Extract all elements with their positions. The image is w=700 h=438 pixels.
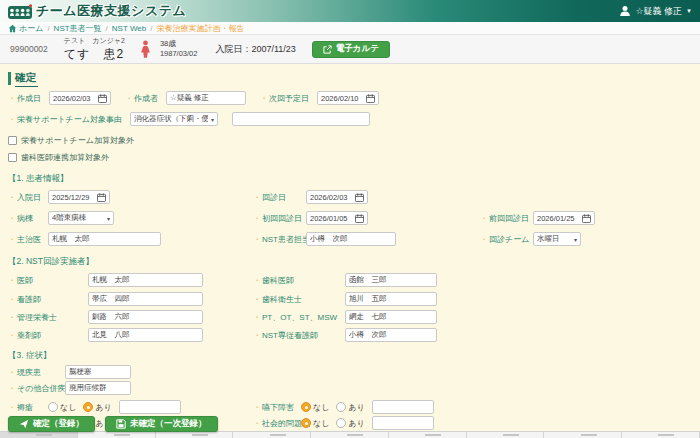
social-problem-radio-yes[interactable] — [336, 418, 346, 428]
heading-accent-bar — [8, 72, 11, 85]
nst-dedicated-nurse-input[interactable]: 小樽 次郎 — [345, 328, 437, 342]
first-round-input[interactable]: 2026/01/05 — [306, 211, 368, 225]
current-disease-input[interactable]: 脳梗塞 — [65, 365, 131, 379]
therapist-input[interactable]: 網走 七郎 — [345, 310, 437, 324]
admission-date-input[interactable]: 2025/12/29 — [48, 190, 110, 204]
user-name: ☆疑義 修正 — [635, 5, 682, 18]
author-input[interactable]: ☆疑義 修正 — [166, 91, 246, 105]
nst-staff-label: ・NST患者担当者 — [253, 234, 306, 245]
other-disease-label: ・その他合併疾患 — [8, 383, 65, 394]
checkbox-box — [8, 153, 17, 162]
nst-staff-input[interactable]: 小樽 次郎 — [306, 232, 396, 246]
dental-hygienist-input[interactable]: 旭川 五郎 — [345, 292, 437, 306]
social-problem-radio-group: なし あり — [301, 418, 372, 429]
attending-doctor-input[interactable]: 札幌 太郎 — [48, 232, 161, 246]
status-heading: 確定 — [8, 72, 692, 85]
home-icon — [8, 24, 17, 33]
nst-reason-row: ・栄養サポートチーム対象事由 消化器症状（下痢・便秘等）の継続 ▾ — [8, 112, 692, 126]
next-date-label: ・次回予定日 — [260, 93, 309, 104]
nurse-input[interactable]: 帯広 四郎 — [88, 292, 203, 306]
round-date-label: ・回診日 — [253, 192, 306, 203]
section2-row4: ・薬剤師 北見 八郎 ・NST専従看護師 小樽 次郎 — [8, 328, 692, 342]
checkbox-nst-addition-exempt[interactable]: 栄養サポートチーム加算対象外 — [8, 135, 692, 146]
created-date-input[interactable]: 2026/02/03 — [49, 91, 111, 105]
checkbox-box — [8, 136, 17, 145]
save-icon — [116, 419, 126, 429]
app-window: チーム医療支援システム ☆疑義 修正 ▼ ホーム / NST患者一覧 / NST… — [0, 0, 700, 438]
action-bar: 確定（登録） 未確定（一次登録） — [8, 416, 218, 432]
table-strip-cell — [78, 432, 156, 438]
breadcrumb-home[interactable]: ホーム — [8, 23, 43, 34]
symptom-radio-row1: ・褥瘡 なし あり ・嚥下障害 なし あり — [8, 400, 692, 414]
chevron-down-icon: ▾ — [211, 116, 214, 123]
next-date-input[interactable]: 2026/02/10 — [317, 91, 379, 105]
patient-age-block: 38歳 1987/03/02 — [160, 39, 198, 59]
ward-label: ・病棟 — [8, 213, 48, 224]
dental-doctor-label: ・歯科医師 — [253, 275, 345, 286]
checkbox-dental-addition-exempt[interactable]: 歯科医師連携加算対象外 — [8, 152, 692, 163]
admission-date-label: ・入院日 — [8, 192, 48, 203]
dental-doctor-input[interactable]: 函館 三郎 — [345, 273, 437, 287]
other-disease-row: ・その他合併疾患 廃用症候群 — [8, 381, 692, 395]
pressure-ulcer-radio-yes[interactable] — [83, 402, 93, 412]
patient-gender-icon — [139, 40, 152, 58]
breadcrumb-nst-patient-list[interactable]: NST患者一覧 — [54, 23, 102, 34]
round-date-input[interactable]: 2026/02/03 — [306, 190, 368, 204]
pressure-ulcer-detail-input[interactable] — [119, 400, 181, 414]
pressure-ulcer-label: ・褥瘡 — [8, 402, 48, 413]
prev-round-input[interactable]: 2026/01/25 — [533, 211, 595, 225]
social-problem-detail-input[interactable] — [372, 416, 434, 430]
swallowing-radio-none[interactable] — [301, 402, 311, 412]
swallowing-radio-group: なし あり — [301, 402, 372, 413]
calendar-icon — [98, 94, 107, 103]
patient-age: 38歳 — [160, 39, 198, 49]
breadcrumb-separator: / — [47, 24, 49, 33]
tentative-register-button[interactable]: 未確定（一次登録） — [105, 416, 218, 432]
table-strip-cell — [467, 432, 545, 438]
user-icon — [619, 5, 631, 17]
logo-mascot-icon — [8, 4, 32, 19]
nurse-label: ・看護師 — [8, 294, 88, 305]
table-strip-cell — [622, 432, 700, 438]
calendar-icon — [355, 214, 364, 223]
chevron-down-icon: ▾ — [107, 215, 110, 222]
patient-header: 99900002 テスト カンジャ2 てす 患2 38歳 1987/03/02 … — [0, 35, 700, 64]
patient-kana: テスト カンジャ2 — [64, 36, 125, 46]
ehr-button[interactable]: 電子カルテ — [312, 41, 390, 58]
pressure-ulcer-radio-none[interactable] — [48, 402, 58, 412]
section2-row3: ・管理栄養士 釧路 六郎 ・PT、OT、ST、MSW 網走 七郎 — [8, 310, 692, 324]
round-team-select[interactable]: 水曜日 ▾ — [533, 232, 581, 246]
calendar-icon — [366, 94, 375, 103]
paper-plane-icon — [19, 419, 29, 429]
table-strip-cell — [544, 432, 622, 438]
calendar-icon — [97, 193, 106, 202]
swallowing-radio-yes[interactable] — [336, 402, 346, 412]
external-link-icon — [323, 45, 332, 54]
swallowing-detail-input[interactable] — [372, 400, 434, 414]
nst-reason-select[interactable]: 消化器症状（下痢・便秘等）の継続 ▾ — [130, 112, 218, 126]
calendar-icon — [355, 193, 364, 202]
nst-reason-extra-input[interactable] — [232, 112, 370, 126]
table-strip-cell — [0, 432, 78, 438]
therapist-label: ・PT、OT、ST、MSW — [253, 312, 345, 323]
section1-row2: ・病棟 4階東病棟 ▾ ・初回回診日 2026/01/05 ・前回回診日 202… — [8, 211, 692, 225]
social-problem-label: ・社会的問題点 — [253, 418, 301, 429]
user-menu[interactable]: ☆疑義 修正 ▼ — [619, 5, 692, 18]
round-team-label: ・回診チーム — [480, 234, 533, 245]
pressure-ulcer-radio-group: なし あり — [48, 402, 119, 413]
table-strip-cell — [389, 432, 467, 438]
ward-select[interactable]: 4階東病棟 ▾ — [48, 211, 114, 225]
dietitian-input[interactable]: 釧路 六郎 — [88, 310, 203, 324]
pharmacist-input[interactable]: 北見 八郎 — [88, 328, 203, 342]
chevron-down-icon: ▾ — [574, 236, 577, 243]
confirm-register-button[interactable]: 確定（登録） — [8, 416, 95, 432]
social-problem-radio-none[interactable] — [301, 418, 311, 428]
patient-name-block: テスト カンジャ2 てす 患2 — [64, 36, 125, 63]
breadcrumb-nst-web[interactable]: NST Web — [112, 24, 146, 33]
app-logo: チーム医療支援システム — [8, 2, 186, 20]
app-title: チーム医療支援システム — [36, 2, 186, 20]
other-disease-input[interactable]: 廃用症候群 — [65, 381, 131, 395]
doctor-input[interactable]: 札幌 太郎 — [88, 273, 203, 287]
author-label: ・作成者 — [125, 93, 158, 104]
patient-admission-date: 入院日：2007/11/23 — [215, 43, 295, 56]
